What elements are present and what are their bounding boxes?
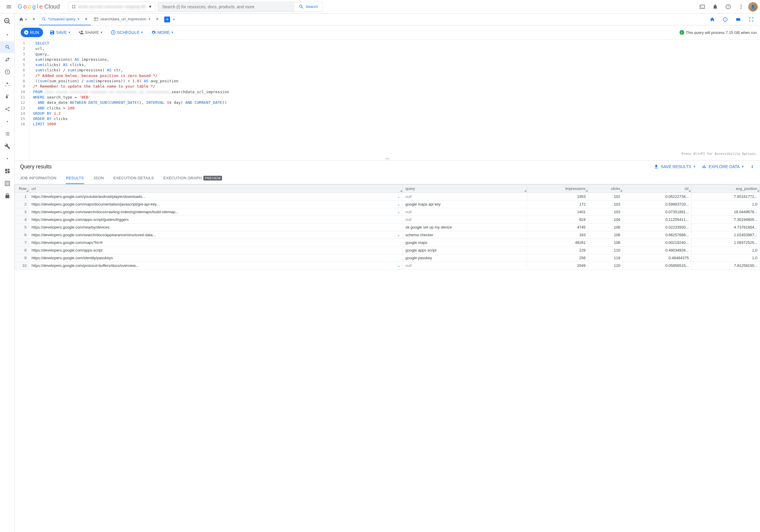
gear-icon [151,30,156,35]
tab-execution-details[interactable]: EXECUTION DETAILS [113,173,154,184]
table-row[interactable]: 2https://developers.google.com/maps/docu… [15,200,760,208]
tab-home[interactable]: ▼ [18,17,28,22]
more-button[interactable] [735,1,747,13]
rail-dot-3[interactable] [1,153,13,165]
hamburger-menu[interactable] [2,0,15,13]
cell-url[interactable]: https://developers.google.com/identity/p… [29,254,403,262]
cell-url[interactable]: https://developers.google.com/maps/docum… [29,200,403,208]
rail-dot-2[interactable] [1,116,13,127]
tabbar-keyboard-icon[interactable] [732,14,744,25]
rail-migration[interactable] [1,91,13,103]
close-icon[interactable]: ✕ [155,17,160,22]
schedule-button[interactable]: SCHEDULE ▼ [109,28,144,37]
project-picker[interactable]: write-accred-consumer-staging-00 ▼ [68,2,155,12]
new-tab-button[interactable]: + [164,17,170,23]
chevron-down-icon[interactable]: ▼ [172,18,175,21]
rail-partner[interactable] [1,177,13,189]
sql-editor[interactable]: 12345678910111213141516 SELECT url, quer… [15,39,760,158]
row-number: 1 [15,193,29,200]
cell-url[interactable]: https://developers.google.com/apps-scrip… [29,246,403,254]
avatar[interactable]: 👤 [748,2,758,12]
drag-handle[interactable]: ━━ [15,158,760,161]
cloud-shell-button[interactable] [696,1,708,13]
table-row[interactable]: 8https://developers.google.com/apps-scri… [15,246,760,254]
transfer-icon [4,57,10,63]
col-avg-position[interactable]: avg_position◢ [691,184,760,193]
table-row[interactable]: 5https://developers.google.com/nearby/de… [15,223,760,231]
tabbar-home-icon[interactable] [706,14,718,25]
rail-analytics[interactable] [1,78,13,90]
rail-share[interactable] [1,103,13,115]
rail-dot-1[interactable] [1,29,13,41]
cell-url[interactable]: https://developers.google.com/youtube/an… [29,193,403,200]
rail-scheduled[interactable] [1,66,13,78]
cell-url[interactable]: https://developers.google.com/search/doc… [29,208,403,216]
share-button[interactable]: SHARE ▼ [77,28,104,37]
run-button[interactable]: RUN [21,28,43,37]
col-query[interactable]: query◢ [403,184,527,193]
help-button[interactable]: ? [722,1,734,13]
code-area[interactable]: SELECT url, query, sum(impressions) AS i… [29,40,760,158]
logo[interactable]: Google Cloud [18,3,60,10]
chevron-down-icon: ▼ [148,18,151,21]
cell-ctr: 0.05856515... [623,262,691,269]
col-ctr[interactable]: ctr◢ [623,184,691,193]
explore-data-button[interactable]: EXPLORE DATA ▼ [702,164,744,169]
col-row[interactable]: Row◢ [15,184,29,193]
cell-url[interactable]: https://developers.google.com/apps-scrip… [29,216,403,223]
cell-url[interactable]: https://developers.google.com/protocol-b… [29,262,403,269]
rail-transfers[interactable] [1,54,13,66]
cell-query[interactable]: null [403,208,527,216]
cell-query[interactable]: google maps api key [403,200,527,208]
cell-query[interactable]: google apps script [403,246,527,254]
cell-query[interactable]: schema checker [403,231,527,239]
tabbar-fullscreen-icon[interactable] [745,14,757,25]
rail-lock[interactable] [1,190,13,202]
col-clicks[interactable]: clicks◢ [588,184,623,193]
cell-query[interactable]: google maps [403,239,527,246]
cell-url[interactable]: https://developers.google.com/maps?hl=fr [29,239,403,246]
tab-json[interactable]: JSON [93,173,104,184]
rail-list[interactable] [1,128,13,140]
cell-query[interactable]: null [403,262,527,269]
tab-table[interactable]: searchdata_url_impression ▼ ✕ [91,14,162,25]
collapse-toggle[interactable] [750,164,755,169]
tab-close-home[interactable]: ✕ [29,14,39,25]
rail-sql[interactable] [0,41,15,53]
tab-results[interactable]: RESULTS [66,173,84,184]
cell-query[interactable]: null [403,216,527,223]
cell-query[interactable]: google passkey [403,254,527,262]
table-row[interactable]: 10https://developers.google.com/protocol… [15,262,760,269]
table-row[interactable]: 1https://developers.google.com/youtube/a… [15,193,760,200]
tab-unsaved-query[interactable]: *Unsaved query ▼ ✕ [39,14,91,25]
table-row[interactable]: 7https://developers.google.com/maps?hl=f… [15,239,760,246]
cell-url[interactable]: https://developers.google.com/search/doc… [29,231,403,239]
search-input[interactable] [158,2,294,12]
notifications-button[interactable] [709,1,721,13]
rail-bi[interactable] [1,165,13,177]
cell-query[interactable]: ok google set up my device [403,223,527,231]
table-row[interactable]: 9https://developers.google.com/identity/… [15,254,760,262]
more-button[interactable]: MORE ▼ [150,28,175,37]
save-results-button[interactable]: SAVE RESULTS ▼ [653,164,696,169]
cell-query[interactable]: null [403,193,527,200]
save-button[interactable]: SAVE ▼ [48,28,71,37]
cell-url[interactable]: https://developers.google.com/nearby/dev… [29,223,403,231]
bigquery-icon[interactable] [1,15,13,27]
cell-ctr: 0.07351891... [623,208,691,216]
rail-settings[interactable] [1,140,13,152]
tab-execution-graph[interactable]: EXECUTION GRAPHPREVIEW [163,173,222,184]
menu-icon [6,4,12,10]
search-button[interactable]: Search [294,2,322,12]
cell-avg-position: 16.0449678... [691,208,760,216]
col-url[interactable]: url◢ [29,184,403,193]
col-impressions[interactable]: impressions◢ [527,184,588,193]
close-icon[interactable]: ✕ [84,17,88,22]
table-row[interactable]: 3https://developers.google.com/search/do… [15,208,760,216]
table-row[interactable]: 6https://developers.google.com/search/do… [15,231,760,239]
tab-job-information[interactable]: JOB INFORMATION [20,173,56,184]
chevron-down-icon: ▼ [25,18,27,21]
table-row[interactable]: 4https://developers.google.com/apps-scri… [15,216,760,223]
tabbar-info-icon[interactable]: i [719,14,731,25]
save-icon [50,30,55,35]
